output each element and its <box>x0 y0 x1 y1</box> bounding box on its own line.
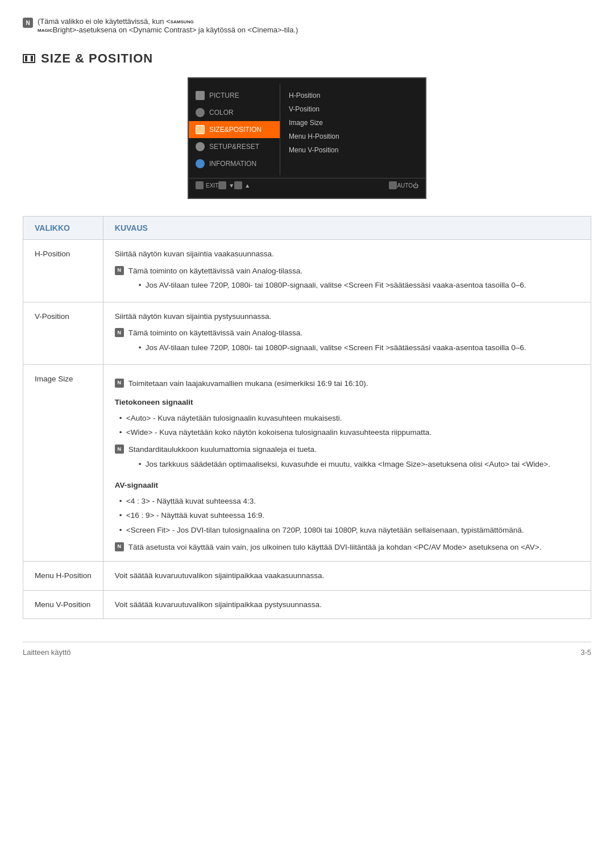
desc-text: Siirtää näytön kuvan sijaintia vaakasuun… <box>115 250 274 258</box>
menu-mockup-container: PICTURE COLOR SIZE&POSITION SETUP&RESET … <box>23 77 591 199</box>
list-item: <4 : 3> - Näyttää kuvat suhteessa 4:3. <box>115 495 579 508</box>
top-note-text: (Tämä valikko ei ole käytettävissä, kun … <box>38 17 298 34</box>
list-item: Jos AV-tilaan tulee 720P, 1080i- tai 108… <box>128 279 526 292</box>
menu-mockup: PICTURE COLOR SIZE&POSITION SETUP&RESET … <box>188 77 426 199</box>
menu-left-panel: PICTURE COLOR SIZE&POSITION SETUP&RESET … <box>189 84 280 175</box>
section-title-area: SIZE & POSITION <box>23 51 591 66</box>
note-inline: N Tätä asetusta voi käyttää vain vain, j… <box>115 541 579 554</box>
table-row: V-Position Siirtää näytön kuvan sijainti… <box>23 302 591 364</box>
auto-button: AUTO <box>397 182 413 189</box>
note-inline: N Tämä toiminto on käytettävissä vain An… <box>115 265 579 294</box>
footer-right: 3-5 <box>580 648 591 657</box>
list-item: <Screen Fit> - Jos DVI-tilan tulosignaal… <box>115 524 579 537</box>
size-icon <box>196 125 205 134</box>
table-row: Image Size N Toimitetaan vain laajakuvam… <box>23 364 591 562</box>
menu-item-setup: SETUP&RESET <box>189 138 280 155</box>
menu-item-info-label: INFORMATION <box>209 160 256 168</box>
exit-button: EXIT <box>196 181 218 189</box>
note-icon-inline: N <box>115 328 124 337</box>
list-item: <Auto> - Kuva näytetään tulosignaalin ku… <box>115 412 579 425</box>
footer: Laitteen käyttö 3-5 <box>23 642 591 657</box>
menu-item-color-label: COLOR <box>209 109 234 117</box>
sub-item-v-position: V-Position <box>289 102 417 116</box>
sub-item-h-position: H-Position <box>289 89 417 102</box>
sub-list: Jos AV-tilaan tulee 720P, 1080i- tai 108… <box>128 342 526 354</box>
bullet-list: <4 : 3> - Näyttää kuvat suhteessa 4:3. <… <box>115 495 579 537</box>
table-row: Menu V-Position Voit säätää kuvaruutuval… <box>23 590 591 619</box>
table-row: H-Position Siirtää näytön kuvan sijainti… <box>23 240 591 302</box>
menu-cell: H-Position <box>23 240 103 302</box>
info-icon <box>196 159 205 168</box>
menu-item-setup-label: SETUP&RESET <box>209 143 259 151</box>
bullet-list: <Auto> - Kuva näytetään tulosignaalin ku… <box>115 412 579 439</box>
table-row: Menu H-Position Voit säätää kuvaruutuval… <box>23 562 591 591</box>
list-item: <Wide> - Kuva näytetään koko näytön koko… <box>115 426 579 439</box>
note-icon-inline: N <box>115 445 124 454</box>
sub-list: Jos AV-tilaan tulee 720P, 1080i- tai 108… <box>128 279 526 292</box>
sub-item-menu-v: Menu V-Position <box>289 143 417 157</box>
left-button <box>389 181 397 189</box>
menu-cell: Menu V-Position <box>23 590 103 619</box>
menu-cell: Image Size <box>23 364 103 562</box>
footer-left: Laitteen käyttö <box>23 648 71 657</box>
note-content: Tämä toiminto on käytettävissä vain Anal… <box>128 327 526 356</box>
down-button: ▼ <box>218 181 234 189</box>
menu-bottom-bar: EXIT ▼ ▲ AUTO ⏻ <box>189 178 425 192</box>
sub-list: Jos tarkkuus säädetään optimaaliseksi, k… <box>128 458 550 471</box>
desc-cell: Voit säätää kuvaruutuvalikon sijaintipai… <box>103 590 591 619</box>
sub-item-image-size: Image Size <box>289 116 417 130</box>
desc-cell: Siirtää näytön kuvan sijaintia vaakasuun… <box>103 240 591 302</box>
menu-items-area: PICTURE COLOR SIZE&POSITION SETUP&RESET … <box>189 84 425 175</box>
down-icon <box>218 181 226 189</box>
note-inline: N Toimitetaan vain laajakuvamallien muka… <box>115 377 579 390</box>
note-inline: N Standarditaulukkoon kuulumattomia sign… <box>115 443 579 472</box>
note-content: Standarditaulukkoon kuulumattomia signaa… <box>128 443 550 472</box>
menu-cell: Menu H-Position <box>23 562 103 591</box>
setup-icon <box>196 142 205 151</box>
size-position-icon <box>23 54 35 63</box>
note-icon-inline: N <box>115 542 124 551</box>
page-title: SIZE & POSITION <box>41 51 153 66</box>
col-header-desc: KUVAUS <box>103 217 591 240</box>
menu-item-picture-label: PICTURE <box>209 92 239 99</box>
up-button: ▲ <box>234 181 250 189</box>
up-icon <box>234 181 242 189</box>
menu-item-color: COLOR <box>189 104 280 121</box>
menu-right-panel: H-Position V-Position Image Size Menu H-… <box>280 84 425 175</box>
top-note: N (Tämä valikko ei ole käytettävissä, ku… <box>23 17 591 34</box>
left-icon <box>389 181 397 189</box>
color-icon <box>196 108 205 117</box>
desc-cell: Voit säätää kuvaruutuvalikon sijaintipai… <box>103 562 591 591</box>
desc-cell: N Toimitetaan vain laajakuvamallien muka… <box>103 364 591 562</box>
menu-cell: V-Position <box>23 302 103 364</box>
menu-item-picture: PICTURE <box>189 87 280 104</box>
col-header-menu: VALIKKO <box>23 217 103 240</box>
note-inline: N Tämä toiminto on käytettävissä vain An… <box>115 327 579 356</box>
menu-item-size-position: SIZE&POSITION <box>189 121 280 138</box>
note-icon-inline: N <box>115 379 124 388</box>
desc-cell: Siirtää näytön kuvan sijaintia pystysuun… <box>103 302 591 364</box>
desc-text: Toimitetaan vain laajakuvamallien mukana… <box>128 377 368 390</box>
sub-item-menu-h: Menu H-Position <box>289 130 417 143</box>
note-text: Tätä asetusta voi käyttää vain vain, jos… <box>128 541 542 554</box>
note-icon-inline: N <box>115 266 124 275</box>
note-content: Tämä toiminto on käytettävissä vain Anal… <box>128 265 526 294</box>
power-button: ⏻ <box>413 182 418 189</box>
exit-icon <box>196 181 204 189</box>
main-table: VALIKKO KUVAUS H-Position Siirtää näytön… <box>23 216 591 619</box>
desc-text: Siirtää näytön kuvan sijaintia pystysuun… <box>115 312 271 321</box>
list-item: Jos tarkkuus säädetään optimaaliseksi, k… <box>128 458 550 471</box>
note-icon: N <box>23 18 33 28</box>
picture-icon <box>196 91 205 100</box>
list-item: <16 : 9> - Näyttää kuvat suhteessa 16:9. <box>115 509 579 522</box>
menu-item-size-label: SIZE&POSITION <box>209 126 262 134</box>
section-heading: AV-signaalit <box>115 479 579 492</box>
menu-item-info: INFORMATION <box>189 155 280 172</box>
list-item: Jos AV-tilaan tulee 720P, 1080i- tai 108… <box>128 342 526 354</box>
section-heading: Tietokoneen signaalit <box>115 396 579 409</box>
